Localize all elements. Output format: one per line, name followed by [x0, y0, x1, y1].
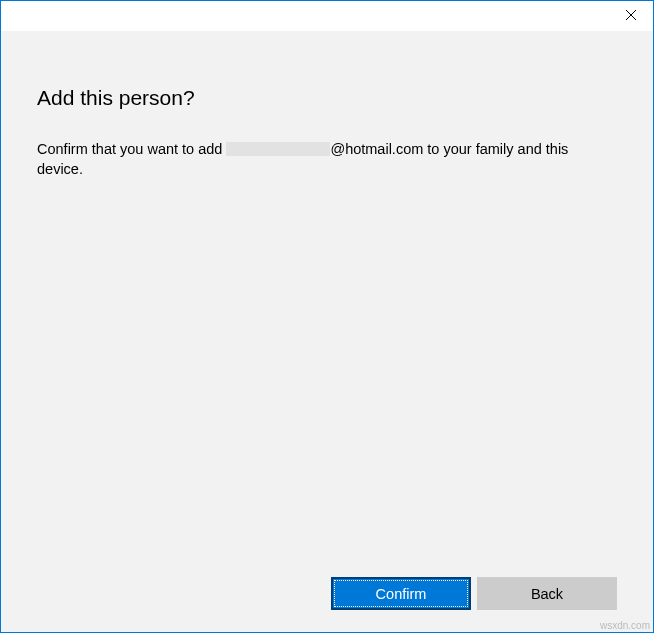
content-area: Add this person? Confirm that you want t…	[1, 31, 653, 632]
dialog-body: Confirm that you want to add @hotmail.co…	[37, 140, 617, 179]
titlebar	[1, 1, 653, 31]
button-row: Confirm Back	[331, 577, 617, 610]
confirm-button[interactable]: Confirm	[331, 577, 471, 610]
back-button[interactable]: Back	[477, 577, 617, 610]
body-prefix: Confirm that you want to add	[37, 141, 226, 157]
close-icon	[626, 10, 636, 20]
close-button[interactable]	[608, 1, 653, 29]
dialog-window: Add this person? Confirm that you want t…	[0, 0, 654, 633]
watermark: wsxdn.com	[600, 620, 650, 631]
redacted-email-local	[226, 142, 330, 156]
dialog-heading: Add this person?	[37, 86, 617, 110]
